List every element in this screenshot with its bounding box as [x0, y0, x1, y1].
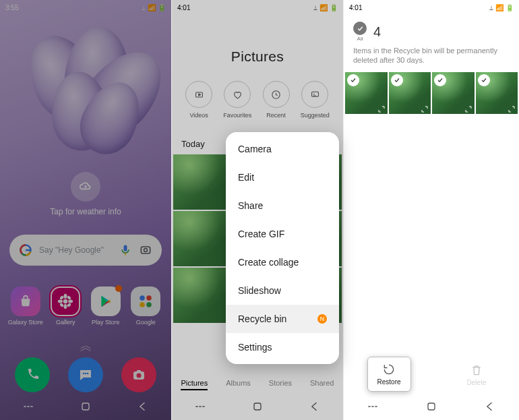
selected-thumbnails [344, 72, 519, 115]
delete-button[interactable]: Delete [458, 358, 496, 392]
nav-back[interactable] [483, 400, 497, 416]
selection-header: All 4 [344, 15, 519, 43]
mic-icon[interactable] [119, 243, 132, 257]
photo-thumb[interactable] [173, 211, 228, 266]
gallery-icon [51, 287, 80, 316]
menu-share[interactable]: Share [226, 191, 339, 220]
tab-stories[interactable]: Stories [269, 379, 292, 390]
overflow-menu: Camera Edit Share Create GIF Create coll… [226, 132, 339, 364]
svg-rect-1 [124, 245, 127, 251]
nav-recents[interactable] [366, 400, 379, 416]
photo-thumb[interactable] [389, 72, 431, 115]
action-bar: Restore Delete [344, 353, 519, 396]
svg-point-14 [147, 295, 152, 301]
camera-icon [121, 357, 156, 392]
category-favourites[interactable]: Favourites [223, 81, 251, 119]
menu-slideshow[interactable]: Slideshow [226, 276, 339, 305]
svg-point-13 [140, 295, 146, 301]
app-google-folder[interactable]: Google [127, 287, 164, 326]
photo-thumb[interactable] [432, 72, 475, 115]
tab-pictures[interactable]: Pictures [181, 379, 208, 390]
menu-camera[interactable]: Camera [226, 135, 339, 163]
select-all-toggle[interactable]: All [353, 22, 367, 42]
app-drawer-handle[interactable] [78, 344, 93, 351]
check-icon [478, 74, 490, 86]
menu-recycle-bin[interactable]: Recycle binN [226, 305, 339, 333]
tab-shared[interactable]: Shared [310, 379, 334, 390]
status-time: 3:55 [5, 4, 18, 11]
trash-icon [470, 363, 483, 377]
status-time: 4:01 [349, 4, 362, 11]
gallery-pictures-screen: 4:01 ⟂ 📶 🔋 Pictures Videos Favourites Re… [171, 0, 344, 420]
search-placeholder: Say "Hey Google" [39, 245, 112, 255]
app-galaxy-store[interactable]: Galaxy Store [7, 287, 44, 326]
menu-create-collage[interactable]: Create collage [226, 248, 339, 276]
wallpaper-flower [11, 27, 160, 162]
nav-back[interactable] [308, 400, 322, 416]
expand-icon[interactable] [377, 104, 386, 112]
weather-hint-text: Tap for weather info [0, 207, 171, 216]
status-bar: 4:01 ⟂ 📶 🔋 [172, 0, 343, 15]
weather-widget[interactable]: Tap for weather info [0, 172, 171, 216]
menu-settings[interactable]: Settings [226, 333, 339, 361]
check-icon [347, 74, 359, 86]
menu-edit[interactable]: Edit [226, 163, 339, 191]
select-all-label: All [357, 36, 363, 42]
lens-icon[interactable] [139, 243, 152, 257]
play-store-icon [91, 287, 121, 316]
nav-recents[interactable] [193, 400, 207, 416]
app-label: Gallery [56, 319, 75, 326]
messages-icon [68, 357, 103, 392]
category-videos[interactable]: Videos [185, 81, 212, 119]
app-label: Play Store [92, 319, 120, 326]
svg-point-6 [64, 304, 67, 309]
expand-icon[interactable] [464, 104, 472, 112]
expand-icon[interactable] [508, 104, 516, 112]
category-suggested[interactable]: Suggested [301, 81, 330, 119]
favorites-dock [0, 357, 171, 392]
svg-rect-22 [137, 370, 141, 372]
photo-thumb[interactable] [476, 72, 518, 115]
svg-rect-28 [428, 403, 435, 410]
app-gallery[interactable]: Gallery [47, 287, 84, 326]
home-screen: 3:55 ⟂ 📶 🔋 Tap for weather info Say "Hey… [0, 0, 171, 420]
nav-back[interactable] [136, 400, 150, 416]
tab-albums[interactable]: Albums [226, 379, 251, 390]
svg-point-7 [58, 300, 63, 303]
app-play-store[interactable]: Play Store [87, 287, 125, 326]
nav-home[interactable] [251, 400, 264, 416]
svg-point-4 [63, 299, 68, 304]
svg-point-12 [67, 303, 71, 307]
restore-button[interactable]: Restore [367, 357, 411, 392]
phone-icon [15, 357, 50, 392]
status-bar: 3:55 ⟂ 📶 🔋 [0, 0, 171, 15]
videos-icon [185, 81, 212, 108]
svg-point-8 [68, 300, 73, 303]
photo-thumb[interactable] [345, 72, 388, 115]
app-shortcuts-row: Galaxy Store Gallery Play Store Google [0, 287, 171, 326]
dock-messages[interactable] [67, 357, 104, 392]
google-search-bar[interactable]: Say "Hey Google" [9, 235, 162, 266]
dock-camera[interactable] [120, 357, 158, 392]
svg-point-16 [147, 302, 152, 307]
cloud-plus-icon [71, 172, 100, 202]
category-recent[interactable]: Recent [263, 81, 290, 119]
category-row: Videos Favourites Recent Suggested [180, 81, 335, 119]
check-icon [353, 22, 367, 35]
nav-home[interactable] [425, 400, 438, 416]
expand-icon[interactable] [421, 104, 429, 112]
dock-phone[interactable] [13, 357, 51, 392]
app-label: Google [136, 319, 156, 326]
status-right-icons: ⟂ 📶 🔋 [489, 4, 514, 11]
svg-point-10 [67, 295, 71, 300]
recycle-bin-screen: 4:01 ⟂ 📶 🔋 All 4 Items in the Recycle bi… [344, 0, 519, 420]
menu-create-gif[interactable]: Create GIF [226, 220, 339, 248]
google-folder-icon [131, 287, 160, 316]
nav-bar [344, 396, 519, 420]
photo-thumb[interactable] [173, 268, 228, 323]
nav-recents[interactable] [22, 400, 35, 416]
svg-rect-27 [254, 403, 261, 410]
photo-thumb[interactable] [173, 154, 228, 210]
nav-home[interactable] [79, 400, 92, 416]
svg-point-5 [64, 294, 67, 299]
